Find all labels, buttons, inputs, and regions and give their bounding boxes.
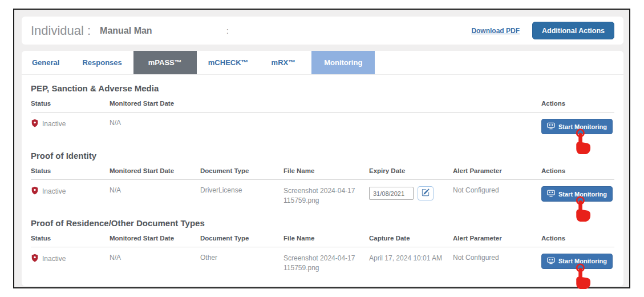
status-cell: Inactive bbox=[31, 186, 110, 196]
start-monitoring-label: Start Monitoring bbox=[558, 191, 607, 198]
shield-exclamation-icon bbox=[31, 186, 39, 196]
edit-expiry-date-button[interactable] bbox=[418, 186, 434, 200]
tab-general[interactable]: General bbox=[32, 51, 59, 74]
col-document-type: Document Type bbox=[200, 167, 283, 174]
tab-bar: General Responses mPASS™ mCHECK™ mRX™ Mo… bbox=[22, 51, 623, 75]
col-monitored-start-date: Monitored Start Date bbox=[110, 235, 200, 242]
actions-cell: Start Monitoring bbox=[541, 186, 614, 202]
table-row: Inactive N/A Start Monitoring bbox=[31, 113, 614, 142]
col-actions: Actions bbox=[541, 235, 614, 242]
download-pdf-link[interactable]: Download PDF bbox=[471, 27, 520, 35]
table-row: Inactive N/A Other Screenshot 2024-04-17… bbox=[31, 247, 614, 277]
alert-parameter-value: Not Configured bbox=[453, 254, 541, 262]
col-document-type: Document Type bbox=[200, 235, 283, 242]
tab-monitoring[interactable]: Monitoring bbox=[311, 51, 375, 74]
col-status: Status bbox=[31, 235, 110, 242]
start-monitoring-button-identity[interactable]: Start Monitoring bbox=[541, 186, 613, 202]
document-type-value: DriverLicense bbox=[200, 186, 283, 194]
actions-cell: Start Monitoring bbox=[541, 119, 614, 134]
entity-type-label: Individual bbox=[31, 23, 84, 38]
col-monitored-start-date: Monitored Start Date bbox=[110, 100, 541, 107]
table-header-row: Status Monitored Start Date Document Typ… bbox=[31, 228, 614, 247]
mpass-panel-card: General Responses mPASS™ mCHECK™ mRX™ Mo… bbox=[22, 51, 623, 286]
status-cell: Inactive bbox=[31, 254, 110, 264]
start-monitoring-label: Start Monitoring bbox=[558, 258, 607, 264]
table-row: Inactive N/A DriverLicense Screenshot 20… bbox=[31, 180, 614, 210]
additional-actions-button[interactable]: Additional Actions bbox=[532, 22, 614, 39]
col-actions: Actions bbox=[541, 100, 614, 107]
status-label: Inactive bbox=[42, 255, 66, 263]
individual-header-card: Individual : Manual Man : Download PDF A… bbox=[22, 17, 623, 45]
table-header-row: Status Monitored Start Date Actions bbox=[31, 93, 614, 113]
section-title-proof-of-identity: Proof of Identity bbox=[31, 151, 614, 160]
header-actions: Download PDF Additional Actions bbox=[471, 22, 614, 39]
screenshot-frame: Individual : Manual Man : Download PDF A… bbox=[13, 9, 630, 288]
col-status: Status bbox=[31, 167, 110, 174]
pencil-square-icon bbox=[422, 188, 430, 198]
section-title-pep: PEP, Sanction & Adverse Media bbox=[31, 83, 614, 93]
tab-mpass[interactable]: mPASS™ bbox=[133, 51, 197, 74]
table-header-row: Status Monitored Start Date Document Typ… bbox=[31, 160, 614, 180]
start-monitoring-label: Start Monitoring bbox=[558, 123, 607, 130]
expiry-date-cell bbox=[369, 186, 453, 200]
col-file-name: File Name bbox=[283, 167, 369, 174]
shield-exclamation-icon bbox=[31, 254, 39, 264]
individual-name: Manual Man bbox=[100, 26, 152, 36]
monitored-start-date-value: N/A bbox=[110, 186, 200, 194]
col-file-name: File Name bbox=[283, 235, 369, 242]
document-type-value: Other bbox=[200, 254, 283, 262]
file-name-value: Screenshot 2024-04-17 115759.png bbox=[283, 186, 361, 206]
start-monitoring-button-pep[interactable]: Start Monitoring bbox=[541, 119, 613, 134]
col-actions: Actions bbox=[541, 167, 614, 174]
tab-mrx[interactable]: mRX™ bbox=[272, 51, 296, 74]
capture-date-value: April 17, 2024 10:01 AM bbox=[369, 254, 453, 263]
monitor-icon bbox=[547, 122, 555, 131]
tab-responses[interactable]: Responses bbox=[82, 51, 121, 74]
file-name-value: Screenshot 2024-04-17 115759.png bbox=[283, 254, 361, 274]
col-expiry-date: Expiry Date bbox=[369, 167, 453, 174]
col-capture-date: Capture Date bbox=[369, 235, 453, 242]
monitored-start-date-value: N/A bbox=[110, 254, 200, 262]
actions-cell: Start Monitoring bbox=[541, 254, 614, 269]
section-title-proof-of-residence: Proof of Residence/Other Document Types bbox=[31, 218, 614, 228]
col-status: Status bbox=[31, 100, 110, 107]
shield-exclamation-icon bbox=[31, 119, 39, 129]
status-cell: Inactive bbox=[31, 119, 110, 129]
entity-colon: : bbox=[87, 23, 91, 38]
tab-mcheck[interactable]: mCHECK™ bbox=[208, 51, 249, 74]
start-monitoring-button-residence[interactable]: Start Monitoring bbox=[541, 254, 613, 269]
status-label: Inactive bbox=[42, 187, 66, 195]
entity-second-colon: : bbox=[226, 26, 229, 35]
expiry-date-input[interactable] bbox=[369, 187, 414, 200]
col-alert-parameter: Alert Parameter bbox=[453, 235, 541, 242]
status-label: Inactive bbox=[42, 120, 66, 128]
monitor-icon bbox=[547, 190, 555, 198]
monitor-icon bbox=[547, 257, 555, 266]
tab-content: PEP, Sanction & Adverse Media Status Mon… bbox=[22, 83, 623, 283]
col-monitored-start-date: Monitored Start Date bbox=[110, 167, 200, 174]
col-alert-parameter: Alert Parameter bbox=[453, 167, 541, 174]
alert-parameter-value: Not Configured bbox=[453, 186, 541, 194]
monitored-start-date-value: N/A bbox=[110, 119, 541, 127]
